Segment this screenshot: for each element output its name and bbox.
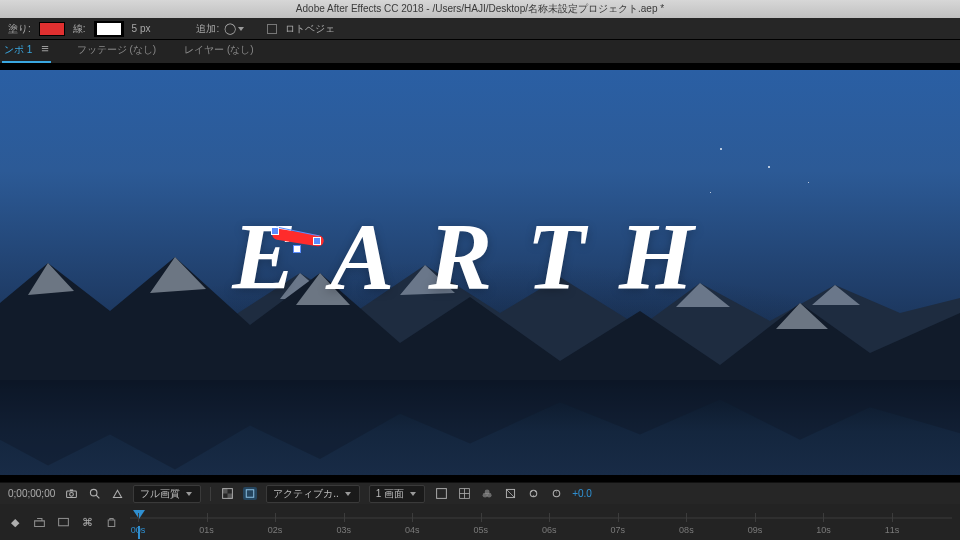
svg-rect-2 [70,489,73,491]
composition-viewport[interactable]: EARTH [0,70,960,475]
timeline-tick-label: 04s [405,525,420,535]
timeline-tick [275,513,276,522]
snapshot-icon[interactable] [64,487,78,500]
tab-layer[interactable]: レイヤー (なし) [182,39,255,63]
timeline-tick-label: 01s [199,525,214,535]
add-label: 追加: [196,22,219,36]
svg-rect-9 [436,489,446,499]
stroke-width-value[interactable]: 5 px [132,23,151,34]
rotobezier-label: ロトベジェ [285,22,335,36]
zoom-icon[interactable] [87,487,101,500]
timeline-tick [686,513,687,522]
svg-point-17 [534,491,536,493]
channel-icon[interactable] [480,487,494,500]
stroke-label: 線: [73,22,86,36]
svg-point-3 [90,489,97,496]
grid-icon[interactable] [457,487,471,500]
svg-rect-6 [222,489,227,494]
timeline-panel: ◆ ⌘ 00s01s02s03s04s05s06s07s08s09s10s11s [0,504,960,540]
svg-rect-8 [247,490,255,498]
reset-exposure-icon[interactable] [503,487,517,500]
camera-dropdown[interactable]: アクティブカ.. [266,485,360,503]
timeline-tick [344,513,345,522]
svg-point-16 [530,491,532,493]
guides-icon[interactable] [434,487,448,500]
rotobezier-checkbox[interactable] [267,24,277,34]
color-mgmt-icon[interactable] [526,487,540,500]
svg-point-1 [69,492,73,496]
timeline-tick-label: 03s [336,525,351,535]
lake [0,380,960,475]
timeline-tick [618,513,619,522]
transparency-grid-icon[interactable] [220,487,234,500]
timecode-display[interactable]: 0;00;00;00 [8,488,55,499]
timeline-tick-label: 11s [885,525,900,535]
region-icon[interactable] [110,487,124,500]
timeline-tick-label: 09s [748,525,763,535]
timeline-tick [138,513,139,522]
mask-toggle-icon[interactable] [243,487,257,500]
timeline-tick [549,513,550,522]
timeline-tick [823,513,824,522]
window-titlebar: Adobe After Effects CC 2018 - /Users/HAJ… [0,0,960,18]
add-dropdown-icon[interactable]: ◯ [227,22,241,35]
timeline-tick-label: 08s [679,525,694,535]
timeline-tick-label: 00s [131,525,146,535]
svg-point-13 [484,489,489,494]
composition-panel[interactable]: EARTH [0,64,960,482]
timeline-tick-label: 10s [816,525,831,535]
tl-link-icon[interactable]: ⌘ [80,516,94,529]
timeline-tick-label: 02s [268,525,283,535]
fill-label: 塗り: [8,22,31,36]
timeline-tick [412,513,413,522]
timeline-tick [755,513,756,522]
timeline-tick-label: 07s [611,525,626,535]
timeline-tick [892,513,893,522]
view-count-dropdown[interactable]: 1 画面 [369,485,425,503]
timeline-tick [481,513,482,522]
window-title: Adobe After Effects CC 2018 - /Users/HAJ… [296,2,664,16]
tl-bin-icon[interactable] [32,516,46,529]
timeline-ruler[interactable]: 00s01s02s03s04s05s06s07s08s09s10s11s [130,506,952,538]
exposure-icon[interactable] [549,487,563,500]
exposure-value[interactable]: +0.0 [572,488,592,499]
svg-rect-20 [58,518,68,525]
stroke-color-swatch[interactable] [94,21,124,37]
svg-rect-7 [227,494,232,499]
tab-composition[interactable]: ンポ 1 ≡ [2,38,51,63]
fill-color-swatch[interactable] [39,22,65,36]
svg-line-4 [96,495,99,498]
viewer-footer: 0;00;00;00 フル画質 アクティブカ.. 1 画面 +0.0 [0,482,960,504]
shape-toolbar: 塗り: 線: 5 px 追加: ◯ ロトベジェ [0,18,960,40]
timeline-tick-label: 05s [473,525,488,535]
bezier-edit-overlay[interactable] [268,222,328,262]
timeline-tick [207,513,208,522]
svg-point-18 [532,495,534,497]
tl-trash-icon[interactable] [104,516,118,529]
timeline-tick-label: 06s [542,525,557,535]
tl-comp-icon[interactable] [56,516,70,529]
tl-marker-icon[interactable]: ◆ [8,516,22,529]
playhead[interactable] [133,510,145,519]
quality-dropdown[interactable]: フル画質 [133,485,201,503]
tab-footage[interactable]: フッテージ (なし) [75,39,158,63]
panel-tabbar: ンポ 1 ≡ フッテージ (なし) レイヤー (なし) [0,40,960,64]
